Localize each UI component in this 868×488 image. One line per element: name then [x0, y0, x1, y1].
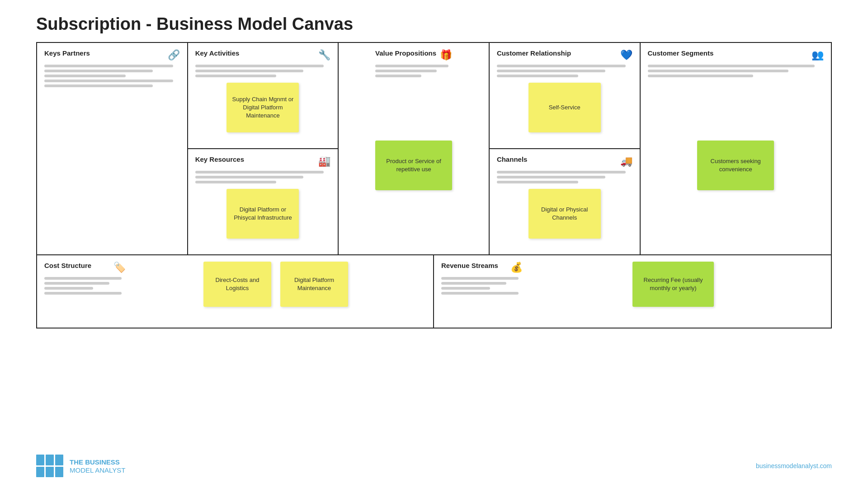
value-propositions-sticky-wrapper: Product or Service of repetitive use	[375, 83, 452, 248]
customer-relationship-title: Customer Relationship	[497, 49, 571, 57]
line	[375, 70, 437, 72]
cost-structure-icon: 🏷️	[113, 262, 126, 273]
line	[44, 287, 93, 290]
line	[441, 287, 490, 290]
cost-structure-stickies: Direct-Costs and Logistics Digital Platf…	[126, 262, 426, 307]
key-activities-sticky-wrapper: Supply Chain Mgnmt or Digital Platform M…	[195, 83, 331, 132]
revenue-streams-col: Revenue Streams 💰 Recurring Fee (usually…	[434, 255, 831, 328]
keys-partners-header: Keys Partners 🔗	[44, 49, 180, 61]
key-resources-sticky: Digital Platform or Phisycal Infrastruct…	[226, 189, 299, 239]
line	[648, 70, 789, 72]
channels-icon: 🚚	[620, 155, 632, 167]
logo-cell	[55, 455, 63, 465]
value-propositions-col: Value Propositions 🎁 Product or Service …	[339, 43, 490, 254]
customer-relationship-sticky: Self-Service	[528, 83, 601, 132]
customer-relationship-icon: 💙	[620, 49, 632, 61]
channels-sticky: Digital or Physical Channels	[528, 189, 601, 239]
line	[497, 176, 605, 178]
value-propositions-lines	[375, 65, 452, 77]
key-activities-header: Key Activities 🔧	[195, 49, 331, 61]
key-activities-sticky: Supply Chain Mgnmt or Digital Platform M…	[226, 83, 299, 132]
revenue-streams-stickies: Recurring Fee (usually monthly or yearly…	[523, 262, 824, 307]
logo-icon	[36, 455, 63, 477]
revenue-streams-labels: Revenue Streams 💰	[441, 262, 523, 300]
key-activities-icon: 🔧	[318, 49, 330, 61]
channels-section: Channels 🚚 Digital or Physical Channels	[490, 149, 640, 254]
customer-segments-sticky: Customers seeking convenience	[697, 141, 774, 190]
line	[44, 277, 122, 280]
revenue-streams-title: Revenue Streams	[441, 262, 498, 269]
key-resources-header: Key Resources 🏭	[195, 155, 331, 167]
line	[195, 181, 277, 183]
line	[441, 282, 506, 285]
logo-text: THE BUSINESS MODEL ANALYST	[70, 458, 125, 474]
key-resources-sticky-wrapper: Digital Platform or Phisycal Infrastruct…	[195, 189, 331, 239]
cost-structure-labels: Cost Structure 🏷️	[44, 262, 126, 300]
value-propositions-sticky: Product or Service of repetitive use	[375, 141, 452, 190]
cost-structure-sticky2: Digital Platform Maintenance	[280, 262, 348, 307]
line	[195, 65, 324, 67]
keys-partners-lines	[44, 65, 180, 87]
value-propositions-section: Value Propositions 🎁 Product or Service …	[368, 43, 459, 254]
canvas-wrapper: Keys Partners 🔗 K	[0, 42, 868, 328]
line	[497, 171, 626, 174]
line	[44, 65, 173, 67]
line	[497, 70, 605, 72]
cost-structure-title: Cost Structure	[44, 262, 91, 269]
customer-relationship-lines	[497, 65, 632, 77]
revenue-streams-icon: 💰	[510, 262, 523, 273]
line	[195, 171, 324, 174]
channels-title: Channels	[497, 155, 528, 163]
cost-structure-header: Cost Structure 🏷️	[44, 262, 126, 273]
line	[44, 80, 173, 82]
canvas-grid: Keys Partners 🔗 K	[36, 42, 832, 328]
key-resources-lines	[195, 171, 331, 183]
line	[44, 75, 126, 77]
line	[441, 277, 519, 280]
key-activities-col: Key Activities 🔧 Supply Chain Mgnmt or D…	[188, 43, 339, 254]
logo-cell	[36, 467, 44, 478]
keys-partners-col: Keys Partners 🔗	[37, 43, 188, 254]
customer-segments-section: Customer Segments 👥 Customers seeking co…	[641, 43, 831, 254]
canvas-bottom: Cost Structure 🏷️ Direct-Costs and Logis…	[37, 255, 831, 328]
channels-header: Channels 🚚	[497, 155, 632, 167]
cost-structure-lines	[44, 277, 126, 295]
customer-segments-sticky-wrapper: Customers seeking convenience	[648, 83, 824, 248]
keys-partners-title: Keys Partners	[44, 49, 90, 57]
page-title: Subscription - Business Model Canvas	[0, 0, 868, 42]
line	[195, 176, 304, 178]
channels-sticky-wrapper: Digital or Physical Channels	[497, 189, 632, 239]
line	[44, 282, 109, 285]
line	[195, 70, 304, 72]
line	[497, 75, 578, 77]
keys-partners-icon: 🔗	[168, 49, 180, 61]
cost-structure-sticky1: Direct-Costs and Logistics	[203, 262, 271, 307]
line	[441, 292, 519, 295]
customer-relationship-header: Customer Relationship 💙	[497, 49, 632, 61]
revenue-streams-lines	[441, 277, 523, 295]
value-propositions-title: Value Propositions	[375, 49, 436, 57]
line	[648, 75, 754, 77]
value-propositions-header: Value Propositions 🎁	[375, 49, 452, 61]
customer-segments-title: Customer Segments	[648, 49, 714, 57]
revenue-streams-header: Revenue Streams 💰	[441, 262, 523, 273]
revenue-streams-sticky: Recurring Fee (usually monthly or yearly…	[632, 262, 714, 307]
customer-segments-icon: 👥	[811, 49, 824, 61]
customer-relationship-col: Customer Relationship 💙 Self-Service	[490, 43, 641, 254]
keys-partners-section: Keys Partners 🔗	[37, 43, 187, 254]
footer: THE BUSINESS MODEL ANALYST businessmodel…	[36, 455, 832, 477]
customer-segments-lines	[648, 65, 824, 77]
line	[195, 75, 277, 77]
customer-segments-col: Customer Segments 👥 Customers seeking co…	[641, 43, 831, 254]
key-activities-lines	[195, 65, 331, 77]
key-resources-icon: 🏭	[318, 155, 330, 167]
footer-url: businessmodelanalyst.com	[756, 462, 832, 469]
key-resources-section: Key Resources 🏭 Digital Platform or Phis…	[188, 149, 338, 254]
customer-segments-header: Customer Segments 👥	[648, 49, 824, 61]
line	[497, 181, 578, 183]
line	[44, 84, 153, 87]
logo-cell	[46, 467, 54, 478]
customer-relationship-sticky-wrapper: Self-Service	[497, 83, 632, 132]
line	[44, 70, 153, 72]
cost-structure-col: Cost Structure 🏷️ Direct-Costs and Logis…	[37, 255, 434, 328]
